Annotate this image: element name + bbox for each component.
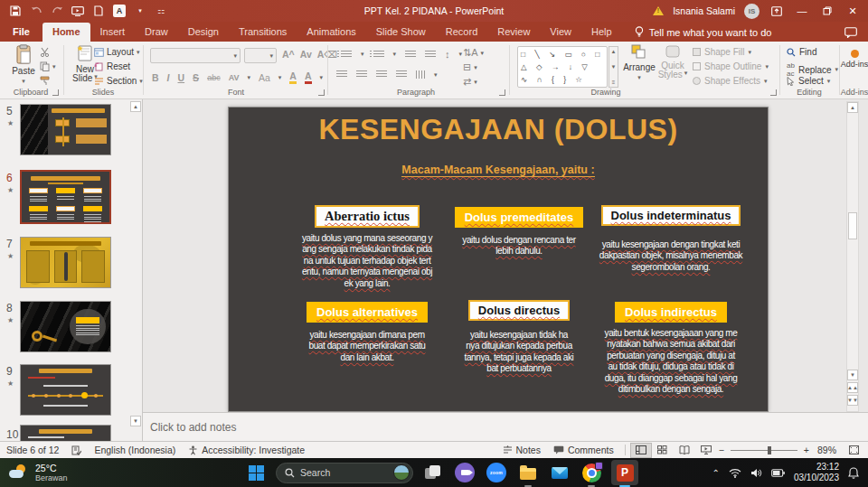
redo-icon[interactable] bbox=[51, 5, 63, 17]
line-spacing-icon[interactable]: ↕ bbox=[445, 49, 450, 60]
decrease-indent-icon[interactable] bbox=[405, 51, 416, 59]
spellcheck-button[interactable] bbox=[65, 442, 88, 458]
slide-thumbnail-6-selected[interactable] bbox=[20, 170, 111, 224]
zoom-app-button[interactable]: zoom bbox=[485, 461, 508, 484]
start-button[interactable] bbox=[244, 461, 268, 484]
powerpoint-taskbar-button[interactable]: P bbox=[611, 460, 638, 485]
tab-file[interactable]: File bbox=[0, 23, 42, 42]
convert-smartart-icon[interactable]: ⇄ bbox=[463, 76, 471, 88]
box-title-dolus-alternatives[interactable]: Dolus alternatives bbox=[307, 302, 428, 323]
tab-animations[interactable]: Animations bbox=[297, 23, 365, 42]
notes-toggle[interactable]: Notes bbox=[496, 442, 547, 458]
quick-styles-button[interactable]: Quick Styles▾ bbox=[656, 44, 689, 80]
box-title-aberratio-ictus[interactable]: Aberratio ictus bbox=[315, 205, 420, 228]
save-icon[interactable] bbox=[9, 5, 22, 17]
paste-button[interactable]: Paste▾ bbox=[5, 44, 42, 85]
tab-slide-show[interactable]: Slide Show bbox=[366, 23, 436, 42]
copy-button[interactable]: ▾ bbox=[40, 61, 56, 71]
slide-sorter-view-button[interactable] bbox=[652, 443, 674, 458]
accessibility-checker[interactable]: Accessibility: Investigate bbox=[182, 442, 311, 458]
shape-outline-button[interactable]: Shape Outline▾ bbox=[693, 61, 769, 71]
chrome-button[interactable] bbox=[580, 461, 603, 484]
slide-thumbnail-10[interactable] bbox=[20, 425, 111, 441]
customize-qat-icon[interactable]: ⚏ bbox=[155, 5, 167, 17]
scrollbar-thumb[interactable] bbox=[848, 212, 857, 239]
video-app-button[interactable] bbox=[453, 461, 476, 484]
format-painter-button[interactable] bbox=[40, 76, 50, 86]
arrange-button[interactable]: Arrange▾ bbox=[622, 44, 656, 81]
notes-placeholder[interactable]: Click to add notes bbox=[150, 421, 236, 434]
box-body-dolus-indirectus[interactable]: yaitu bentuk kesengajaaan yang me nyatak… bbox=[580, 328, 761, 395]
box-title-dolus-indeterminatus[interactable]: Dolus indeterminatus bbox=[601, 205, 741, 226]
battery-icon[interactable] bbox=[771, 469, 785, 477]
qat-dropdown-icon[interactable]: ▾ bbox=[134, 5, 146, 17]
thumbnail-scrollbar[interactable]: ▲ ▼ bbox=[130, 101, 141, 439]
clock[interactable]: 23:12 03/10/2023 bbox=[794, 462, 839, 484]
align-left-icon[interactable] bbox=[336, 70, 347, 79]
find-button[interactable]: Find bbox=[787, 47, 816, 57]
zoom-out-button[interactable]: − bbox=[717, 442, 726, 458]
tab-view[interactable]: View bbox=[540, 23, 581, 42]
font-style-buttons[interactable]: B I U S abc AV▾ Aa▾ A A▾ bbox=[152, 70, 323, 84]
tab-home[interactable]: Home bbox=[42, 23, 90, 42]
thumbnail-scroll-up[interactable]: ▲ bbox=[130, 101, 141, 112]
reset-button[interactable]: Reset bbox=[94, 61, 130, 71]
clipboard-dialog-launcher[interactable] bbox=[52, 89, 59, 96]
zoom-slider[interactable] bbox=[731, 450, 797, 451]
slide-thumbnail-9[interactable] bbox=[20, 364, 111, 416]
warning-icon[interactable] bbox=[653, 6, 664, 15]
layout-button[interactable]: Layout▾ bbox=[94, 47, 140, 57]
slide-thumbnail-8[interactable] bbox=[20, 301, 111, 352]
slide-subtitle[interactable]: Macam-Macam Kesengajaan, yaitu : bbox=[229, 164, 768, 176]
shapes-gallery[interactable]: □ ╲ ↘ ▭ ○ □ △ ◇ → ↓ ▽ ∿ ∩ { } ☆ bbox=[517, 46, 608, 88]
zoom-level[interactable]: 89% bbox=[811, 442, 843, 458]
increase-indent-icon[interactable] bbox=[425, 51, 436, 59]
tray-chevron-icon[interactable]: ⌃ bbox=[712, 468, 720, 478]
zoom-in-button[interactable]: + bbox=[802, 442, 811, 458]
shapes-gallery-scroll[interactable]: ▲▼≡ bbox=[609, 46, 618, 88]
box-body-dolus-indeterminatus[interactable]: yaitu kesengajaan dengan tingkat keti da… bbox=[580, 239, 761, 273]
weather-widget[interactable]: 25°C Berawan bbox=[0, 463, 244, 482]
slide-canvas[interactable]: KESENGAJAAN (DOLUS) Macam-Macam Kesengaj… bbox=[228, 107, 769, 412]
volume-icon[interactable] bbox=[750, 468, 762, 478]
font-box-icon[interactable]: A bbox=[113, 5, 126, 17]
box-title-dolus-indirectus[interactable]: Dolus indirectus bbox=[615, 302, 727, 323]
shape-effects-button[interactable]: Shape Effects▾ bbox=[693, 76, 768, 86]
shape-fill-button[interactable]: Shape Fill▾ bbox=[693, 47, 751, 57]
align-right-icon[interactable] bbox=[376, 70, 387, 79]
slide-thumbnail-7[interactable] bbox=[20, 237, 111, 288]
zoom-slider-thumb[interactable] bbox=[768, 446, 771, 454]
drawing-dialog-launcher[interactable] bbox=[770, 89, 777, 96]
add-ins-button[interactable]: Add-ins bbox=[839, 44, 868, 69]
scroll-down-button[interactable]: ▼ bbox=[847, 370, 858, 380]
tab-transitions[interactable]: Transitions bbox=[229, 23, 297, 42]
avatar[interactable]: IS bbox=[744, 4, 760, 19]
tab-insert[interactable]: Insert bbox=[90, 23, 136, 42]
scroll-up-button[interactable]: ▲ bbox=[847, 102, 858, 113]
box-title-dolus-premeditates[interactable]: Dolus premeditates bbox=[455, 207, 584, 228]
new-file-icon[interactable] bbox=[92, 5, 105, 17]
cut-button[interactable] bbox=[40, 47, 50, 57]
thumbnail-scroll-down[interactable]: ▼ bbox=[130, 416, 141, 426]
normal-view-button[interactable] bbox=[630, 443, 652, 458]
user-name[interactable]: Isnania Salami bbox=[673, 5, 735, 16]
next-slide-button[interactable]: ▼▼ bbox=[847, 395, 858, 406]
taskbar-search[interactable]: Search bbox=[276, 463, 413, 483]
numbering-icon[interactable] bbox=[373, 51, 384, 59]
font-resize-buttons[interactable]: A^ Av A⌫ bbox=[282, 49, 337, 60]
wifi-icon[interactable] bbox=[729, 468, 741, 478]
columns-icon[interactable] bbox=[416, 70, 425, 79]
minimize-button[interactable]: — bbox=[794, 3, 810, 19]
box-title-dolus-directus[interactable]: Dolus directus bbox=[468, 300, 570, 321]
fit-slide-button[interactable] bbox=[843, 443, 864, 458]
bullets-icon[interactable] bbox=[341, 51, 352, 59]
slideshow-view-button[interactable] bbox=[695, 443, 717, 458]
text-direction-icon[interactable]: ⇅A bbox=[463, 47, 478, 59]
justify-icon[interactable] bbox=[396, 70, 407, 79]
font-dialog-launcher[interactable] bbox=[318, 89, 325, 96]
tab-design[interactable]: Design bbox=[178, 23, 229, 42]
paragraph-dialog-launcher[interactable] bbox=[499, 89, 505, 96]
start-presentation-icon[interactable] bbox=[71, 5, 84, 17]
reading-view-button[interactable] bbox=[674, 443, 695, 458]
previous-slide-button[interactable]: ▲▲ bbox=[847, 382, 858, 393]
